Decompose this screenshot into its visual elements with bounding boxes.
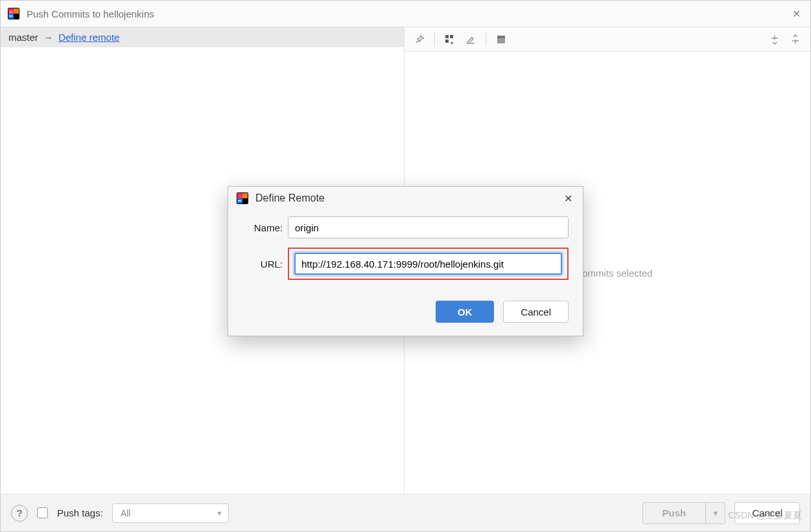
branch-bar: master → Define remote xyxy=(1,27,404,47)
dialog-footer: ? Push tags: All ▼ Push ▼ Cancel xyxy=(1,494,810,531)
name-row: Name: xyxy=(242,216,569,238)
svg-rect-2 xyxy=(14,8,19,14)
push-tags-select[interactable]: All ▼ xyxy=(112,503,229,523)
svg-rect-16 xyxy=(238,200,241,202)
push-tags-checkbox[interactable] xyxy=(37,507,48,518)
push-tags-label: Push tags: xyxy=(57,507,103,518)
modal-body: Name: URL: xyxy=(228,210,583,293)
cancel-button[interactable]: Cancel xyxy=(735,502,800,524)
name-field[interactable] xyxy=(288,216,569,238)
collapse-icon[interactable] xyxy=(787,31,804,48)
svg-rect-13 xyxy=(237,193,242,198)
svg-rect-7 xyxy=(450,35,453,38)
intellij-icon xyxy=(236,192,249,205)
window-title: Push Commits to hellojenkins xyxy=(27,8,788,19)
svg-rect-4 xyxy=(9,16,12,17)
define-remote-link[interactable]: Define remote xyxy=(58,32,119,43)
name-label: Name: xyxy=(242,222,283,233)
diff-toolbar xyxy=(405,27,810,52)
titlebar: IJ Push Commits to hellojenkins ✕ xyxy=(1,1,810,27)
svg-rect-11 xyxy=(497,36,505,38)
url-row: URL: xyxy=(242,248,569,280)
close-icon[interactable]: ✕ xyxy=(788,8,804,20)
edit-icon[interactable] xyxy=(462,31,479,48)
url-highlight-box xyxy=(288,248,569,280)
branch-name: master xyxy=(8,32,38,43)
close-icon[interactable]: ✕ xyxy=(561,192,575,205)
modal-cancel-button[interactable]: Cancel xyxy=(503,301,569,323)
preview-icon[interactable] xyxy=(493,31,510,48)
group-icon[interactable] xyxy=(441,31,458,48)
arrow-icon: → xyxy=(43,32,53,43)
separator xyxy=(486,32,486,47)
svg-rect-14 xyxy=(242,193,248,198)
separator xyxy=(434,32,435,47)
svg-rect-8 xyxy=(445,40,449,43)
modal-titlebar: Define Remote ✕ xyxy=(228,187,583,210)
modal-title: Define Remote xyxy=(255,192,561,204)
expand-icon[interactable] xyxy=(766,31,783,48)
intellij-icon: IJ xyxy=(7,7,20,20)
push-dropdown-button[interactable]: ▼ xyxy=(705,503,725,524)
svg-rect-6 xyxy=(445,35,449,38)
modal-footer: OK Cancel xyxy=(228,293,583,336)
ok-button[interactable]: OK xyxy=(436,301,495,323)
url-label: URL: xyxy=(242,259,283,270)
chevron-down-icon: ▼ xyxy=(216,509,223,517)
define-remote-dialog: Define Remote ✕ Name: URL: OK Cancel xyxy=(228,186,583,336)
push-button[interactable]: Push xyxy=(643,503,706,524)
help-icon[interactable]: ? xyxy=(11,505,28,522)
push-button-group: Push ▼ xyxy=(642,502,726,524)
select-value: All xyxy=(121,508,131,518)
svg-text:IJ: IJ xyxy=(10,10,12,14)
pin-icon[interactable] xyxy=(411,31,428,48)
svg-marker-9 xyxy=(451,42,453,45)
url-field[interactable] xyxy=(294,253,562,275)
